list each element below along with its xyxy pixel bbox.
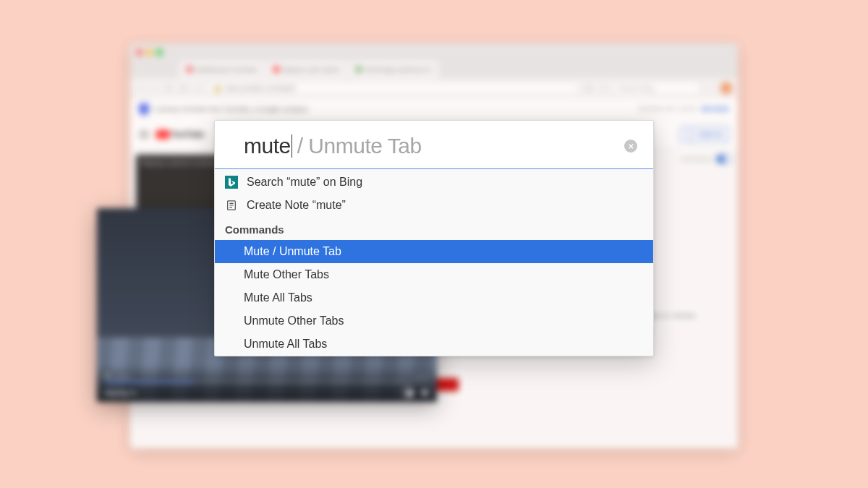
tab-label: Technology conference Ci [365, 67, 431, 73]
profile-avatar-icon[interactable] [720, 82, 732, 94]
note-icon [225, 199, 238, 212]
palette-command-label: Mute Other Tabs [244, 268, 329, 281]
tab-favicon-icon [187, 67, 192, 72]
palette-command-label: Unmute Other Tabs [244, 314, 344, 327]
palette-command-label: Mute All Tabs [244, 291, 312, 304]
svg-rect-1 [408, 392, 412, 395]
window-minimize-icon[interactable] [146, 49, 153, 56]
svg-rect-2 [422, 390, 425, 396]
palette-search-label: Search “mute” on Bing [247, 176, 362, 189]
tab-2[interactable]: staying in. [lofi / jazzho [266, 61, 347, 78]
text-cursor-icon [292, 134, 292, 158]
tab-label: staying in. [lofi / jazzho [282, 67, 340, 73]
palette-close-button[interactable] [624, 140, 637, 153]
pip-controls: staying in. [97, 364, 437, 402]
url-input[interactable]: 🔒 www.youtube.com/watch [208, 82, 579, 95]
pip-progress-bar[interactable] [104, 381, 430, 383]
pip-restore-icon[interactable] [404, 388, 414, 398]
svg-rect-4 [225, 176, 238, 189]
pip-pause-icon[interactable] [420, 388, 430, 398]
sign-in-button[interactable]: SIGN IN [680, 127, 729, 142]
tab-label: Mute/Browse Command [195, 67, 258, 73]
tab-3[interactable]: Technology conference Ci [349, 61, 438, 78]
hamburger-icon[interactable] [139, 131, 149, 138]
back-icon[interactable]: ‹ [136, 84, 145, 93]
remind-later-button[interactable]: REMIND ME LATER [639, 106, 697, 112]
tab-1[interactable]: Mute/Browse Command [179, 61, 265, 78]
palette-command-label: Mute / Unmute Tab [244, 245, 341, 257]
url-text: www.youtube.com/watch [224, 85, 296, 92]
palette-suggestion: / Unmute Tab [297, 134, 422, 158]
search-placeholder: Search Bing [618, 85, 654, 92]
youtube-logo[interactable]: YouTube [156, 129, 204, 140]
star-icon[interactable]: ✧ [599, 84, 608, 93]
palette-command[interactable]: Mute / Unmute Tab [215, 240, 653, 263]
palette-results: Search “mute” on Bing Create Note “mute”… [215, 169, 653, 356]
youtube-play-icon [156, 130, 169, 139]
stop-icon[interactable]: ✕ [165, 84, 174, 93]
palette-query: mute [244, 134, 291, 158]
tab-strip: Mute/Browse Command staying in. [lofi / … [130, 61, 738, 78]
window-close-icon[interactable] [136, 49, 142, 56]
palette-command-label: Unmute All Tabs [244, 338, 327, 350]
sign-in-label: SIGN IN [698, 131, 723, 138]
command-palette: mute / Unmute Tab Search “mute” on Bing … [214, 120, 654, 356]
palette-note-option[interactable]: Create Note “mute” [215, 194, 653, 217]
privacy-banner: A privacy reminder from YouTube, a Googl… [130, 98, 738, 120]
home-icon[interactable]: ⌂ [194, 84, 203, 93]
window-titlebar [130, 43, 738, 61]
tab-favicon-icon [356, 67, 362, 72]
palette-search-option[interactable]: Search “mute” on Bing [215, 171, 653, 194]
search-engine-input[interactable]: Search Bing [613, 82, 700, 95]
palette-command[interactable]: Unmute Other Tabs [215, 309, 653, 333]
lock-icon: 🔒 [213, 85, 221, 92]
autoplay-label: AUTOPLAY [681, 156, 712, 163]
tab-favicon-icon [273, 67, 279, 72]
palette-command[interactable]: Mute All Tabs [215, 286, 653, 309]
forward-icon[interactable]: › [150, 84, 159, 93]
window-zoom-icon[interactable] [156, 49, 163, 56]
shield-icon [139, 103, 149, 115]
palette-section-header: Commands [215, 217, 653, 240]
pip-progress-fill [104, 381, 195, 383]
reader-icon[interactable]: ☰ [584, 84, 593, 93]
autoplay-toggle[interactable] [716, 155, 732, 163]
reload-icon[interactable]: ⟳ [179, 84, 188, 93]
extensions-icon[interactable]: ⋯ [706, 84, 715, 93]
bing-icon [225, 176, 238, 189]
review-button[interactable]: REVIEW [701, 106, 729, 113]
youtube-brand: YouTube [171, 129, 204, 140]
palette-input-row[interactable]: mute / Unmute Tab [215, 121, 653, 169]
address-bar: ‹ › ✕ ⟳ ⌂ 🔒 www.youtube.com/watch ☰ ✧ Se… [130, 78, 738, 98]
user-icon [686, 130, 695, 139]
palette-note-label: Create Note “mute” [247, 199, 346, 212]
palette-command[interactable]: Mute Other Tabs [215, 263, 653, 286]
svg-rect-3 [425, 390, 427, 396]
palette-command[interactable]: Unmute All Tabs [215, 333, 653, 356]
banner-text: A privacy reminder from YouTube, a Googl… [153, 106, 307, 113]
pip-title: staying in. [104, 389, 138, 397]
